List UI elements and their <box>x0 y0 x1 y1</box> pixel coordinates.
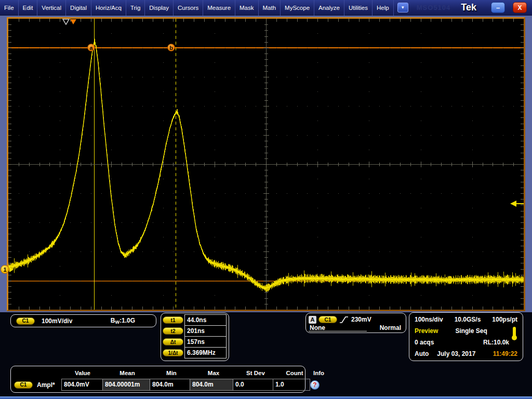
inv-delta-t-badge[interactable]: 1/Δt <box>163 349 183 356</box>
menu-item-trig[interactable]: Trig <box>126 0 145 16</box>
trigger-channel-badge[interactable]: C1 <box>318 316 337 323</box>
time-readout: 11:49:22 <box>493 350 517 357</box>
oscilloscope-window: FileEditVerticalDigitalHoriz/AcqTrigDisp… <box>0 0 532 399</box>
t1-value: 44.0ns <box>184 314 227 326</box>
header-min: Min <box>151 370 192 376</box>
acq-row-count: 0 acqs RL:10.0k <box>409 337 523 348</box>
menu-item-myscope[interactable]: MyScope <box>281 0 314 16</box>
trigger-bus-badge[interactable]: A <box>309 316 316 324</box>
acquisition-readout-panel: 100ns/div 10.0GS/s 100ps/pt Preview Sing… <box>409 312 523 361</box>
trigger-ghost-triangle-icon <box>63 19 69 24</box>
waveform-plot[interactable]: a b <box>8 19 524 310</box>
acq-count-readout: 0 acqs <box>415 339 434 346</box>
channel-scale: 100mV/div <box>42 317 72 325</box>
menu-item-edit[interactable]: Edit <box>19 0 38 16</box>
trigger-level-readout: 230mV <box>351 316 371 323</box>
measurement-label: C1 Ampl* <box>14 381 62 389</box>
chevron-down-icon: ▼ <box>401 5 405 10</box>
info-question-icon[interactable]: ? <box>310 380 320 390</box>
cursor-readout-panel: t1 44.0ns t2 201ns Δt 157ns 1/Δt 6.369MH… <box>161 313 229 361</box>
minimize-button[interactable]: – <box>491 2 505 13</box>
t2-badge[interactable]: t2 <box>163 327 183 335</box>
trigger-level-arrow-icon[interactable] <box>510 201 516 207</box>
preview-status: Preview <box>415 327 438 335</box>
trigger-position-triangle-icon <box>70 19 76 24</box>
menu-bar: FileEditVerticalDigitalHoriz/AcqTrigDisp… <box>0 0 394 16</box>
channel-readout-panel: C1 100mV/div BW:1.0G <box>10 314 156 327</box>
cursor-row-delta-t: Δt 157ns <box>163 336 228 348</box>
header-stdev: St Dev <box>235 370 276 376</box>
menu-item-measure[interactable]: Measure <box>203 0 235 16</box>
waveform-canvas <box>8 19 524 310</box>
trigger-source-row: A C1 230mV <box>306 313 406 324</box>
scope-display-area: a b 1 <box>0 16 532 312</box>
measurement-header-row: Value Mean Min Max St Dev Count Info <box>14 368 303 378</box>
window-bottom-edge <box>0 396 532 399</box>
measurement-mean: 804.00001m <box>102 379 150 391</box>
channel-badge[interactable]: C1 <box>16 317 35 325</box>
trigger-position-markers[interactable] <box>62 19 78 25</box>
header-max: Max <box>192 370 235 376</box>
menu-item-utilities[interactable]: Utilities <box>344 0 373 16</box>
acq-row-status: Preview Single Seq <box>409 325 523 337</box>
date-readout: July 03, 2017 <box>437 350 475 357</box>
measurement-max: 804.0m <box>190 379 233 391</box>
menu-item-mask[interactable]: Mask <box>235 0 258 16</box>
acq-row-datetime: Auto July 03, 2017 11:49:22 <box>409 348 523 360</box>
menu-item-math[interactable]: Math <box>259 0 281 16</box>
resolution-readout: 100ps/pt <box>492 316 517 323</box>
thermometer-icon <box>513 327 516 337</box>
measurement-name: Ampl* <box>37 381 55 389</box>
menu-item-digital[interactable]: Digital <box>66 0 91 16</box>
record-length-readout: RL:10.0k <box>483 339 509 346</box>
t1-badge[interactable]: t1 <box>163 316 183 324</box>
trigger-readout-panel: A C1 230mV None Normal <box>305 313 406 333</box>
channel-1-position-marker[interactable]: 1 <box>1 265 9 274</box>
measurement-value: 804.0mV <box>61 379 103 391</box>
acq-row-horizontal: 100ns/div 10.0GS/s 100ps/pt <box>409 314 523 325</box>
graticule-frame: a b <box>7 17 525 311</box>
delta-t-badge[interactable]: Δt <box>163 338 183 345</box>
measurement-table-panel: Value Mean Min Max St Dev Count Info C1 … <box>10 366 305 393</box>
t2-value: 201ns <box>184 325 227 337</box>
channel-1-marker-arrow-icon <box>9 267 14 272</box>
cursor-row-inv-delta-t: 1/Δt 6.369MHz <box>163 347 228 358</box>
header-mean: Mean <box>103 370 151 376</box>
menu-overflow-button[interactable]: ▼ <box>397 3 408 12</box>
menu-item-help[interactable]: Help <box>373 0 394 16</box>
inv-delta-t-value: 6.369MHz <box>184 347 227 358</box>
menu-item-file[interactable]: File <box>0 0 19 16</box>
menu-item-display[interactable]: Display <box>145 0 174 16</box>
measurement-min: 804.0m <box>150 379 190 391</box>
trigger-mode-row: None Normal <box>306 324 406 331</box>
header-info: Info <box>313 370 324 376</box>
rising-edge-icon <box>339 316 349 324</box>
menu-item-vertical[interactable]: Vertical <box>37 0 66 16</box>
delta-t-value: 157ns <box>184 336 227 348</box>
measurement-row: C1 Ampl* 804.0mV 804.00001m 804.0m 804.0… <box>14 378 303 391</box>
measurement-channel-badge[interactable]: C1 <box>14 381 33 389</box>
menu-item-cursors[interactable]: Cursors <box>174 0 203 16</box>
close-button[interactable]: X <box>513 2 527 13</box>
model-ghost-text: MSO5104 <box>417 4 451 11</box>
bandwidth-readout: BW:1.0G <box>111 317 135 325</box>
header-count: Count <box>276 370 313 376</box>
trigger-holdoff-readout: None <box>310 324 325 331</box>
readout-area: C1 100mV/div BW:1.0G t1 44.0ns t2 201ns … <box>0 312 532 399</box>
measurement-count: 1.0 <box>273 379 310 391</box>
acq-mode-readout: Single Seq <box>455 327 487 335</box>
timebase-readout: 100ns/div <box>415 316 443 323</box>
header-value: Value <box>62 370 103 376</box>
cursor-row-t2: t2 201ns <box>163 325 228 337</box>
cursor-row-t1: t1 44.0ns <box>163 314 228 326</box>
cursor-a-handle[interactable]: a <box>87 44 95 51</box>
title-menu-bar: FileEditVerticalDigitalHoriz/AcqTrigDisp… <box>0 0 532 16</box>
cursor-b-handle[interactable]: b <box>167 44 175 51</box>
menu-item-analyze[interactable]: Analyze <box>314 0 344 16</box>
trigger-mode-readout: Normal <box>380 324 401 331</box>
sample-rate-readout: 10.0GS/s <box>455 316 481 323</box>
trig-mode-auto: Auto <box>415 350 429 357</box>
tek-logo: Tek <box>461 2 476 13</box>
measurement-info-cell: ? <box>310 380 320 390</box>
menu-item-horizacq[interactable]: Horiz/Acq <box>91 0 126 16</box>
